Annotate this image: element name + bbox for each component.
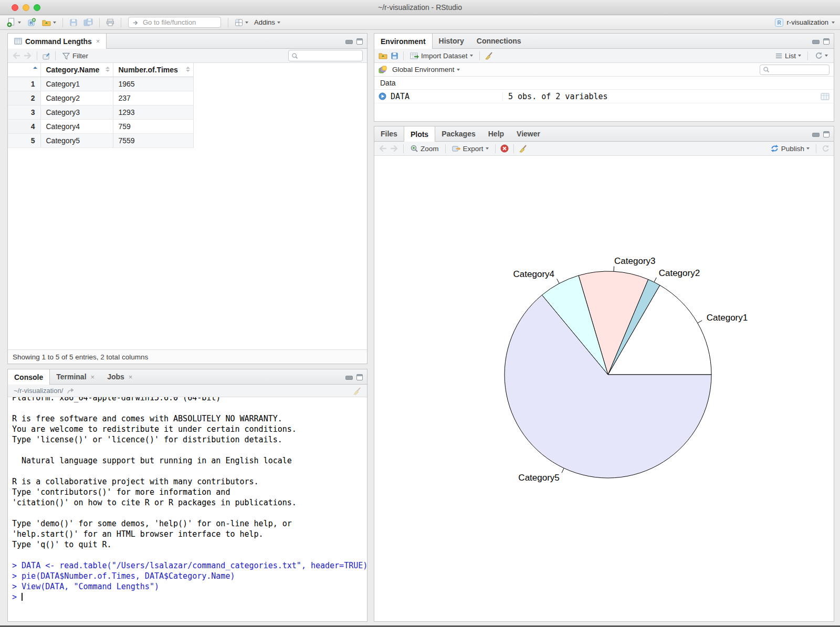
filter-button[interactable]: Filter xyxy=(60,51,90,61)
console-line xyxy=(12,550,363,560)
tab-environment[interactable]: Environment xyxy=(374,34,433,49)
tab-connections[interactable]: Connections xyxy=(470,34,528,48)
toolbar-separator xyxy=(37,51,37,60)
minimize-pane-icon[interactable] xyxy=(812,133,820,137)
table-row[interactable]: 3Category31293 xyxy=(8,105,193,119)
clear-environment-broom-icon[interactable] xyxy=(485,51,493,60)
table-cell: 7559 xyxy=(113,133,193,147)
previous-plot-icon[interactable] xyxy=(379,144,387,153)
console-lines: Platform: x86_64-apple-darwin15.6.0 (64-… xyxy=(12,397,363,602)
close-icon[interactable]: × xyxy=(91,373,95,381)
list-view-label: List xyxy=(785,52,796,60)
chevron-down-icon xyxy=(277,22,280,24)
import-dataset-button[interactable]: Import Dataset xyxy=(408,51,475,61)
tab-command-lengths[interactable]: Command Lengths × xyxy=(8,34,107,49)
load-workspace-icon[interactable] xyxy=(379,51,387,60)
maximize-pane-icon[interactable] xyxy=(823,38,830,45)
close-icon[interactable]: × xyxy=(129,373,133,381)
expand-object-icon[interactable] xyxy=(379,92,386,100)
goto-file-function-input[interactable] xyxy=(143,18,211,26)
minimize-pane-icon[interactable] xyxy=(345,40,353,44)
toolbar-separator xyxy=(62,18,63,27)
new-project-button[interactable]: R xyxy=(25,17,38,28)
next-plot-icon[interactable] xyxy=(390,144,398,153)
environment-section-header: Data xyxy=(374,77,834,90)
chevron-down-icon xyxy=(18,22,21,24)
view-data-grid-icon[interactable] xyxy=(821,92,830,100)
tab-packages[interactable]: Packages xyxy=(435,126,482,141)
tab-jobs[interactable]: Jobs × xyxy=(101,369,139,384)
console-output[interactable]: Platform: x86_64-apple-darwin15.6.0 (64-… xyxy=(8,397,367,621)
back-icon[interactable] xyxy=(12,51,20,60)
publish-plot-button[interactable]: Publish xyxy=(769,143,811,154)
maximize-pane-icon[interactable] xyxy=(356,38,363,45)
refresh-environment-button[interactable] xyxy=(813,50,830,61)
save-workspace-icon[interactable] xyxy=(391,52,398,60)
table-row[interactable]: 1Category11965 xyxy=(8,77,193,91)
remove-plot-icon[interactable] xyxy=(500,144,509,153)
list-view-button[interactable]: List xyxy=(773,51,803,61)
table-row[interactable]: 5Category57559 xyxy=(8,133,193,147)
goto-file-function-box[interactable] xyxy=(128,17,221,28)
refresh-plot-icon[interactable] xyxy=(821,144,830,153)
viewer-search-input[interactable] xyxy=(300,52,353,60)
export-plot-button[interactable]: Export xyxy=(450,144,490,154)
forward-icon[interactable] xyxy=(24,51,32,60)
minimize-pane-icon[interactable] xyxy=(345,376,353,380)
environment-scope-button[interactable]: Global Environment xyxy=(391,65,461,75)
open-file-button[interactable] xyxy=(40,17,58,28)
pane-window-buttons xyxy=(345,38,363,45)
toolbar-separator xyxy=(513,144,514,153)
zoom-plot-button[interactable]: Zoom xyxy=(408,143,440,154)
new-file-button[interactable] xyxy=(5,17,23,28)
tab-terminal[interactable]: Terminal × xyxy=(50,369,101,384)
import-dataset-label: Import Dataset xyxy=(421,52,468,60)
open-in-window-icon[interactable] xyxy=(42,52,50,60)
tab-label: Jobs xyxy=(107,373,124,381)
pie-label-tick xyxy=(654,278,656,282)
table-row[interactable]: 2Category2237 xyxy=(8,91,193,105)
addins-button[interactable]: Addins xyxy=(253,17,282,27)
goto-directory-icon[interactable] xyxy=(67,387,75,394)
viewer-search-box[interactable] xyxy=(288,50,363,61)
table-cell: 759 xyxy=(113,119,193,133)
environment-entry-data[interactable]: DATA 5 obs. of 2 variables xyxy=(374,90,834,103)
tab-help[interactable]: Help xyxy=(482,126,510,141)
console-line xyxy=(12,508,363,518)
row-number-header[interactable] xyxy=(8,63,40,77)
clear-plots-broom-icon[interactable] xyxy=(519,144,527,153)
tab-history[interactable]: History xyxy=(433,34,470,48)
print-button[interactable] xyxy=(104,17,116,28)
save-all-button[interactable] xyxy=(82,17,94,28)
save-button[interactable] xyxy=(68,17,79,28)
zoom-window-button[interactable] xyxy=(34,4,40,11)
close-window-button[interactable] xyxy=(12,4,18,11)
column-header-number-of-times[interactable]: Number.of.Times xyxy=(113,63,193,77)
toolbar-separator xyxy=(55,51,56,60)
minimize-window-button[interactable] xyxy=(23,4,29,11)
maximize-pane-icon[interactable] xyxy=(356,374,363,380)
environment-search-input[interactable] xyxy=(772,66,824,73)
export-icon xyxy=(452,145,461,153)
tab-files[interactable]: Files xyxy=(374,126,404,141)
minimize-pane-icon[interactable] xyxy=(812,40,820,44)
project-menu-button[interactable]: R r-visualization xyxy=(774,18,835,27)
tab-plots[interactable]: Plots xyxy=(404,126,435,142)
table-row[interactable]: 4Category4759 xyxy=(8,119,193,133)
new-file-icon xyxy=(7,18,16,27)
close-icon[interactable]: × xyxy=(96,37,100,45)
clear-console-broom-icon[interactable] xyxy=(353,387,361,395)
tab-label: Environment xyxy=(381,37,426,46)
environment-search-box[interactable] xyxy=(760,65,830,75)
tab-console[interactable]: Console xyxy=(8,369,50,385)
tab-label: Help xyxy=(488,130,504,138)
column-header-category-name[interactable]: Category.Name xyxy=(40,63,113,77)
working-directory-label: ~/r-visualization/ xyxy=(14,387,63,395)
viewer-toolbar: Filter xyxy=(8,49,367,63)
table-cell: 1965 xyxy=(113,77,193,91)
scope-label: Global Environment xyxy=(392,66,455,73)
tab-viewer[interactable]: Viewer xyxy=(510,126,547,141)
maximize-pane-icon[interactable] xyxy=(823,131,830,137)
pane-layout-button[interactable] xyxy=(233,17,250,28)
pie-label-tick xyxy=(562,468,564,473)
